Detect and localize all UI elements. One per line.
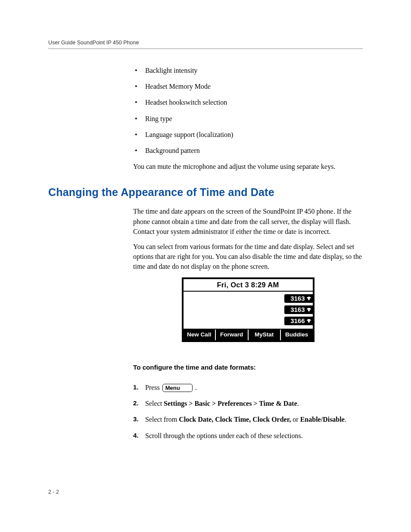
list-item: Backlight intensity [133, 65, 363, 75]
section-body: The time and date appears on the screen … [133, 206, 363, 440]
step-text: Select [145, 400, 164, 407]
step: Scroll through the options under each of… [133, 431, 363, 441]
section-paragraph: You can select from various formats for … [133, 242, 363, 272]
phone-screen: Fri, Oct 3 8:29 AM 3163 3163 [182, 277, 314, 342]
step: Select from Clock Date, Clock Time, Cloc… [133, 414, 363, 424]
step-text: . [345, 416, 346, 423]
step-text: . [297, 400, 299, 407]
step-text: Press [145, 384, 162, 391]
body-column: Backlight intensity Headset Memory Mode … [133, 65, 363, 171]
section-paragraph: The time and date appears on the screen … [133, 206, 363, 236]
phone-line-number: 3166 [290, 316, 305, 326]
options-list: Enable/Disable [300, 416, 345, 423]
handset-icon [306, 296, 311, 301]
options-list: Clock Date, Clock Time, Clock Order, [179, 416, 291, 423]
menu-path: Settings > Basic > Preferences > Time & … [164, 400, 297, 407]
phone-line-number: 3163 [290, 294, 305, 303]
phone-line-tab: 3163 [284, 305, 312, 314]
phone-softkey-row: New Call Forward MyStat Buddies [184, 330, 313, 340]
softkey: New Call [184, 330, 216, 340]
page-number: 2 - 2 [48, 489, 59, 495]
phone-screenshot: Fri, Oct 3 8:29 AM 3163 3163 [133, 277, 363, 342]
step-text: . [195, 384, 197, 391]
procedure-steps: Press Menu . Select Settings > Basic > P… [133, 383, 363, 441]
phone-body: 3163 3163 3166 [184, 292, 313, 330]
phone-line-tab: 3166 [284, 317, 312, 325]
softkey: Forward [216, 330, 249, 340]
list-item: Language support (localization) [133, 130, 363, 140]
softkey: Buddies [281, 330, 313, 340]
phone-line-number: 3163 [290, 305, 305, 314]
menu-hardkey-icon: Menu [162, 384, 193, 392]
handset-icon [306, 308, 311, 312]
settings-bullet-list: Backlight intensity Headset Memory Mode … [133, 65, 363, 156]
list-item: Ring type [133, 114, 363, 124]
page: User Guide SoundPoint IP 450 Phone Backl… [0, 0, 411, 532]
list-item: Headset hookswitch selection [133, 97, 363, 107]
list-item: Headset Memory Mode [133, 81, 363, 91]
phone-datetime: Fri, Oct 3 8:29 AM [184, 279, 313, 292]
phone-line-tab: 3163 [284, 294, 312, 303]
list-item: Background pattern [133, 146, 363, 156]
section-heading: Changing the Appearance of Time and Date [48, 186, 363, 199]
step-text: or [291, 416, 300, 423]
handset-icon [306, 319, 311, 323]
softkey: MyStat [249, 330, 281, 340]
running-header: User Guide SoundPoint IP 450 Phone [48, 40, 363, 49]
step: Press Menu . [133, 383, 363, 392]
step-text: Select from [145, 416, 179, 423]
intro-paragraph: You can mute the microphone and adjust t… [133, 162, 363, 171]
procedure-heading: To configure the time and date formats: [133, 363, 363, 372]
step: Select Settings > Basic > Preferences > … [133, 398, 363, 408]
